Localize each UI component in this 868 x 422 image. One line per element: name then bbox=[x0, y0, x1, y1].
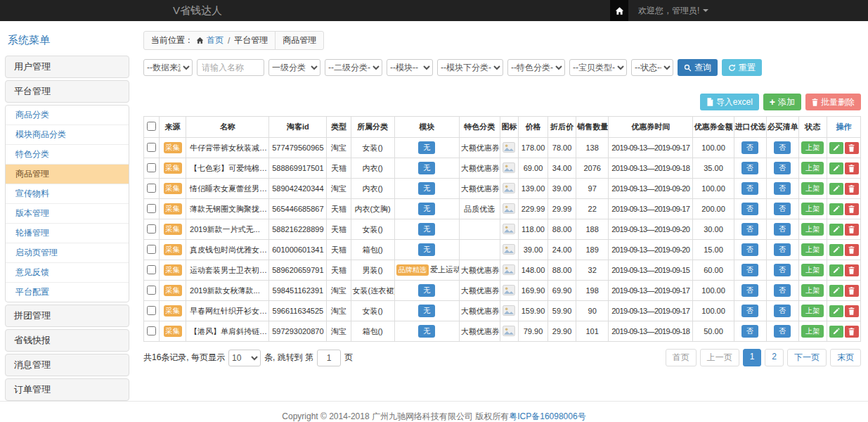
sidebar-item[interactable]: 拼团管理 bbox=[5, 305, 129, 327]
edit-button[interactable] bbox=[829, 326, 843, 338]
filter-module-select[interactable]: --模块-- bbox=[387, 59, 433, 76]
sidebar-subitem[interactable]: 模块商品分类 bbox=[6, 125, 129, 145]
must-buy-toggle[interactable]: 否 bbox=[774, 305, 791, 317]
filter-status-select[interactable]: --状态-- bbox=[631, 59, 673, 76]
filter-level1-select[interactable]: 一级分类 bbox=[268, 59, 320, 76]
sidebar-item[interactable]: 订单管理 bbox=[5, 378, 129, 401]
delete-button[interactable] bbox=[845, 244, 859, 256]
delete-button[interactable] bbox=[845, 162, 859, 174]
status-toggle[interactable]: 上架 bbox=[801, 182, 824, 195]
edit-button[interactable] bbox=[829, 285, 843, 297]
select-all-checkbox[interactable] bbox=[147, 122, 156, 131]
edit-button[interactable] bbox=[829, 142, 843, 154]
status-toggle[interactable]: 上架 bbox=[801, 141, 824, 154]
delete-button[interactable] bbox=[845, 285, 859, 297]
sidebar-subitem[interactable]: 宣传物料 bbox=[6, 184, 129, 204]
status-toggle[interactable]: 上架 bbox=[801, 264, 824, 276]
breadcrumb-home-link[interactable]: 首页 bbox=[207, 34, 224, 46]
row-checkbox[interactable] bbox=[147, 326, 156, 335]
must-buy-toggle[interactable]: 否 bbox=[774, 223, 791, 236]
home-button[interactable] bbox=[610, 0, 628, 21]
sidebar-subitem[interactable]: 轮播管理 bbox=[6, 224, 129, 243]
status-toggle[interactable]: 上架 bbox=[801, 162, 824, 174]
filter-type-select[interactable]: --宝贝类型-- bbox=[569, 59, 627, 76]
delete-button[interactable] bbox=[845, 224, 859, 236]
sidebar-item[interactable]: 省钱快报 bbox=[5, 329, 129, 352]
icp-link[interactable]: 粤ICP备16098006号 bbox=[509, 411, 585, 421]
import-toggle[interactable]: 否 bbox=[741, 325, 758, 338]
edit-button[interactable] bbox=[829, 183, 843, 195]
sidebar-subitem[interactable]: 商品分类 bbox=[6, 106, 129, 125]
delete-button[interactable] bbox=[845, 326, 859, 338]
status-toggle[interactable]: 上架 bbox=[801, 284, 824, 297]
import-toggle[interactable]: 否 bbox=[741, 284, 758, 297]
sidebar-subitem[interactable]: 商品管理 bbox=[6, 165, 129, 184]
import-toggle[interactable]: 否 bbox=[741, 223, 758, 236]
delete-button[interactable] bbox=[845, 305, 859, 317]
filter-module-sub-select[interactable]: --模块下分类-- bbox=[437, 59, 503, 76]
per-page-select[interactable]: 10 bbox=[228, 350, 261, 366]
import-toggle[interactable]: 否 bbox=[741, 203, 758, 215]
edit-button[interactable] bbox=[829, 162, 843, 174]
edit-button[interactable] bbox=[829, 224, 843, 236]
status-toggle[interactable]: 上架 bbox=[801, 203, 824, 215]
row-checkbox[interactable] bbox=[147, 265, 156, 274]
delete-button[interactable] bbox=[845, 183, 859, 195]
reset-button[interactable]: 重置 bbox=[722, 59, 762, 76]
edit-button[interactable] bbox=[829, 203, 843, 215]
pager-first[interactable]: 首页 bbox=[666, 349, 697, 366]
status-toggle[interactable]: 上架 bbox=[801, 243, 824, 256]
row-checkbox[interactable] bbox=[147, 245, 156, 254]
filter-level2-select[interactable]: --二级分类-- bbox=[325, 59, 382, 76]
filter-name-input[interactable] bbox=[197, 59, 264, 76]
row-checkbox[interactable] bbox=[147, 224, 156, 234]
row-checkbox[interactable] bbox=[147, 306, 156, 315]
must-buy-toggle[interactable]: 否 bbox=[774, 141, 791, 154]
row-checkbox[interactable] bbox=[147, 204, 156, 213]
row-checkbox[interactable] bbox=[147, 163, 156, 172]
import-excel-button[interactable]: 导入excel bbox=[700, 94, 759, 110]
must-buy-toggle[interactable]: 否 bbox=[774, 203, 791, 215]
must-buy-toggle[interactable]: 否 bbox=[774, 284, 791, 297]
import-toggle[interactable]: 否 bbox=[741, 243, 758, 256]
sidebar-item[interactable]: 用户管理 bbox=[5, 56, 129, 78]
status-toggle[interactable]: 上架 bbox=[801, 325, 824, 338]
breadcrumb-section[interactable]: 平台管理 bbox=[234, 34, 268, 46]
sidebar-item[interactable]: 平台管理 bbox=[5, 80, 129, 103]
user-menu[interactable]: 欢迎您，管理员! bbox=[638, 0, 708, 21]
status-toggle[interactable]: 上架 bbox=[801, 223, 824, 236]
delete-button[interactable] bbox=[845, 203, 859, 215]
page-jump-input[interactable] bbox=[317, 350, 341, 366]
delete-button[interactable] bbox=[845, 142, 859, 154]
sidebar-subitem[interactable]: 意见反馈 bbox=[6, 263, 129, 283]
row-checkbox[interactable] bbox=[147, 143, 156, 152]
import-toggle[interactable]: 否 bbox=[741, 162, 758, 174]
pager-last[interactable]: 末页 bbox=[830, 349, 861, 366]
sidebar-subitem[interactable]: 启动页管理 bbox=[6, 243, 129, 263]
import-toggle[interactable]: 否 bbox=[741, 141, 758, 154]
must-buy-toggle[interactable]: 否 bbox=[774, 264, 791, 276]
edit-button[interactable] bbox=[829, 244, 843, 256]
filter-data-source-select[interactable]: --数据来源-- bbox=[143, 59, 193, 76]
must-buy-toggle[interactable]: 否 bbox=[774, 325, 791, 338]
filter-feature-select[interactable]: --特色分类-- bbox=[507, 59, 565, 76]
edit-button[interactable] bbox=[829, 264, 843, 276]
import-toggle[interactable]: 否 bbox=[741, 264, 758, 276]
search-button[interactable]: 查询 bbox=[678, 59, 718, 76]
row-checkbox[interactable] bbox=[147, 184, 156, 193]
sidebar-item[interactable]: 消息管理 bbox=[5, 354, 129, 376]
import-toggle[interactable]: 否 bbox=[741, 305, 758, 317]
sidebar-subitem[interactable]: 特色分类 bbox=[6, 145, 129, 165]
pager-next[interactable]: 下一页 bbox=[787, 349, 827, 366]
must-buy-toggle[interactable]: 否 bbox=[774, 243, 791, 256]
must-buy-toggle[interactable]: 否 bbox=[774, 162, 791, 174]
import-toggle[interactable]: 否 bbox=[741, 182, 758, 195]
batch-delete-button[interactable]: 批量删除 bbox=[805, 94, 861, 110]
pager-page-1[interactable]: 1 bbox=[743, 349, 762, 366]
sidebar-subitem[interactable]: 平台配置 bbox=[6, 283, 129, 302]
pager-prev[interactable]: 上一页 bbox=[700, 349, 739, 366]
row-checkbox[interactable] bbox=[147, 286, 156, 295]
edit-button[interactable] bbox=[829, 305, 843, 317]
pager-page-2[interactable]: 2 bbox=[765, 349, 784, 366]
add-button[interactable]: + 添加 bbox=[763, 94, 801, 110]
